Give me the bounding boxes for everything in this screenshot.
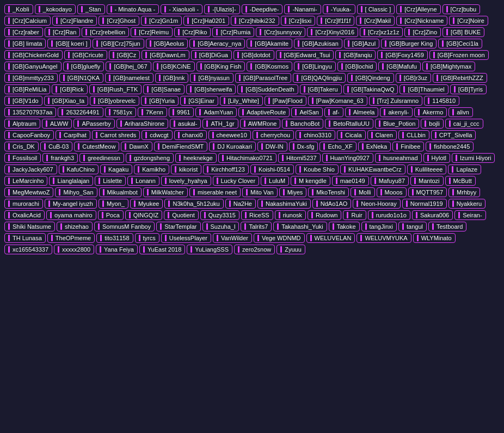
tag-item[interactable]: JackyJacky607 <box>4 164 57 174</box>
tag-item[interactable]: [GB]Thaumiel <box>399 84 448 94</box>
tag-item[interactable]: MQTT957 <box>408 187 447 197</box>
tag-item[interactable]: [Crz]xz1z1z <box>360 27 403 37</box>
tag-item[interactable]: Echo_XF <box>319 142 356 151</box>
tag-item[interactable]: [Crz]Rumia <box>212 27 254 37</box>
tag-item[interactable]: MkoTenshi <box>308 187 349 197</box>
tag-item[interactable]: bojli <box>421 119 444 129</box>
tag-item[interactable]: Kuliliteeee <box>407 164 447 174</box>
tag-item[interactable]: CapooFanboy <box>4 130 54 140</box>
tag-item[interactable]: [GB]yobrevelc <box>90 96 139 106</box>
tag-item[interactable]: [GB]Frozen moon <box>429 50 489 60</box>
tag-item[interactable]: alivn <box>448 107 473 117</box>
tag-item[interactable]: [Crz]Nickname <box>396 16 447 26</box>
tag-item[interactable]: [GB]mmttyy233 <box>4 73 58 83</box>
tag-item[interactable]: [Crz]lf1f1f <box>317 16 354 26</box>
tag-item[interactable]: [GB]GanyuAngel <box>4 62 62 71</box>
tag-item[interactable]: Kamikho <box>134 164 169 174</box>
tag-item[interactable]: 2632264491 <box>58 107 103 117</box>
tag-item[interactable]: Poca <box>98 210 124 220</box>
tag-item[interactable]: [GB]DiGua <box>191 50 232 60</box>
tag-item[interactable]: DemiFiendSMT <box>154 142 207 151</box>
tag-item[interactable]: [Crz]rebellion <box>82 27 129 37</box>
tag-item[interactable]: [Crz]Reimu <box>131 27 173 37</box>
tag-item[interactable]: [GB] BUKE <box>442 27 484 37</box>
tag-item[interactable]: _Kobli <box>4 4 33 14</box>
tag-item[interactable]: [GB]gluefly <box>63 62 105 71</box>
tag-item[interactable]: Hitomi5237 <box>278 153 321 163</box>
tag-item[interactable]: [Crz]Calcium <box>4 16 51 26</box>
tag-item[interactable]: [GB]dotdot <box>233 50 274 60</box>
tag-item[interactable]: Kirchhoff123 <box>203 164 249 174</box>
tag-item[interactable]: Lucky Clover <box>213 176 260 186</box>
tag-item[interactable]: [GB]Cricute <box>64 50 107 60</box>
tag-item[interactable]: UselessPlayer <box>161 233 211 243</box>
tag-item[interactable]: [GB]nyasun <box>190 73 233 83</box>
tag-item[interactable]: xxxxx2800 <box>54 245 94 254</box>
tag-item[interactable]: Carplhat <box>56 130 90 140</box>
tag-item[interactable]: AWMRone <box>240 119 281 129</box>
tag-item[interactable]: YuLiangSSS <box>187 245 232 254</box>
tag-item[interactable]: M kengdle <box>291 176 330 186</box>
tag-item[interactable]: cai_ji_ccc <box>445 119 483 129</box>
tag-item[interactable]: cheewee10 <box>208 130 251 140</box>
tag-item[interactable]: murorachi <box>4 199 43 209</box>
tag-item[interactable]: [GB]r3uz <box>396 73 431 83</box>
tag-item[interactable]: Mooos <box>377 187 407 197</box>
tag-item[interactable]: [Crz]Ha0201 <box>183 16 229 26</box>
tag-item[interactable]: - Xiaoluoli - <box>161 4 202 14</box>
tag-item[interactable]: [GB]sherweifa <box>186 84 236 94</box>
tag-item[interactable]: [Crz]Xinyi2016 <box>307 27 358 37</box>
tag-item[interactable]: [GB] limata <box>4 39 46 48</box>
tag-item[interactable]: [Crz]lisxi <box>281 16 316 26</box>
tag-item[interactable]: [GB]Ceci1la <box>438 39 482 48</box>
tag-item[interactable]: Lislette <box>95 176 126 186</box>
tag-item[interactable]: TH Lunasa <box>4 233 46 243</box>
tag-item[interactable]: [GB]Azukisan <box>294 39 342 48</box>
tag-item[interactable]: fishbone2445 <box>426 142 474 151</box>
tag-item[interactable]: Takahashi_Yuki <box>273 222 327 231</box>
tag-item[interactable]: [GB]KCiNE <box>153 62 195 71</box>
tag-item[interactable]: Finibee <box>392 142 424 151</box>
tag-item[interactable]: CPT_Sivella <box>431 130 476 140</box>
tag-item[interactable]: SomnusM Fanboy <box>94 222 155 231</box>
tag-item[interactable]: MilkWatcher <box>143 187 188 197</box>
tag-item[interactable]: RiceSS <box>241 210 273 220</box>
tag-item[interactable]: ATH_1gr <box>202 119 238 129</box>
tag-item[interactable]: KUHAKEwantbeCrz <box>340 164 405 174</box>
tag-item[interactable]: Akermo <box>414 107 447 117</box>
tag-item[interactable]: NdAo1AO <box>312 199 352 209</box>
tag-item[interactable]: Cicala <box>337 130 366 140</box>
tag-item[interactable]: [Crz]raber <box>4 27 43 37</box>
tag-item[interactable]: [GB]Xiao_ta <box>44 96 88 106</box>
tag-item[interactable]: chino3310 <box>296 130 335 140</box>
tag-item[interactable]: [Crz]bubu <box>442 4 481 14</box>
tag-item[interactable]: [GB]Takeru <box>300 84 342 94</box>
tag-item[interactable]: Lonann <box>127 176 159 186</box>
tag-item[interactable]: HuanYing0927 <box>322 153 373 163</box>
tag-item[interactable]: StarTemplar <box>156 222 200 231</box>
tag-item[interactable]: QINGQIZ <box>125 210 162 220</box>
tag-item[interactable]: Testboard <box>428 222 466 231</box>
tag-item[interactable]: CutestMeow <box>74 142 119 151</box>
tag-item[interactable]: [Lily_White] <box>220 96 263 106</box>
tag-item[interactable]: [GB][ koeri ] <box>47 39 91 48</box>
tag-item[interactable]: chanxi0 <box>174 130 207 140</box>
tag-item[interactable]: Mantozi <box>410 176 444 186</box>
tag-item[interactable]: [GB]fanqiu <box>335 50 376 60</box>
tag-item[interactable]: [GS]Einar <box>180 96 218 106</box>
tag-item[interactable]: WELUVELAN <box>306 233 355 243</box>
tag-item[interactable]: gzdongsheng <box>126 153 174 163</box>
tag-item[interactable]: - Minato Aqua - <box>107 4 159 14</box>
tag-item[interactable]: Neon-Hooray <box>353 199 400 209</box>
tag-item[interactable]: [GB]Kosmos <box>247 62 292 71</box>
tag-item[interactable]: N3k0ha_5h12uku <box>164 199 223 209</box>
tag-item[interactable]: WLYMinato <box>413 233 456 243</box>
tag-item[interactable]: Hylotl <box>423 153 451 163</box>
tag-item[interactable]: shizehao <box>57 222 93 231</box>
tag-item[interactable]: [GB]Edward_Tsui <box>276 50 334 60</box>
tag-item[interactable]: Almeela <box>345 107 379 117</box>
tag-item[interactable]: -Nanami- <box>284 4 321 14</box>
tag-item[interactable]: [GB]Aeracy_nya <box>189 39 245 48</box>
tag-item[interactable]: ALWW <box>42 119 72 129</box>
tag-item[interactable]: [GB]hej_067 <box>106 62 151 71</box>
